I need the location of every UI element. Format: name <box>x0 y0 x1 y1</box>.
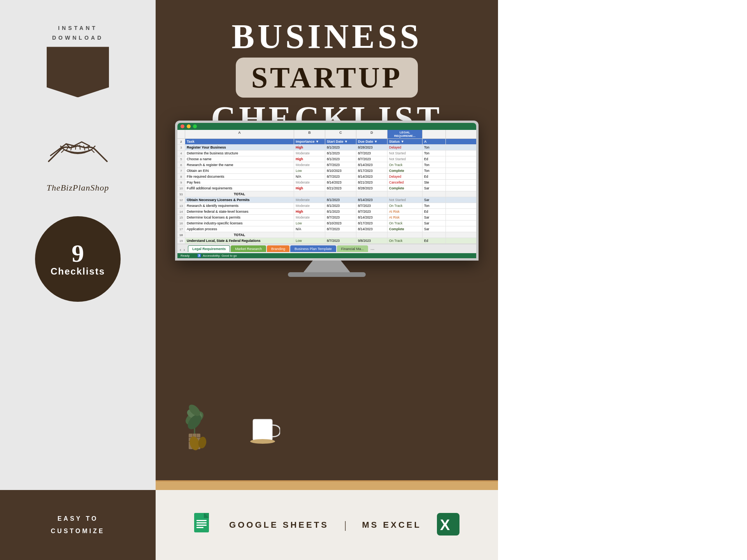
table-row: 17 Application process N/A 8/7/2023 8/14… <box>177 226 476 232</box>
tab-business-plan[interactable]: Business Plan Template <box>290 245 336 252</box>
table-row: 8 File required documents N/A 8/7/2023 8… <box>177 174 476 180</box>
table-row: 15 Determine local licenses & permits Mo… <box>177 215 476 220</box>
ms-excel-badge: X <box>437 513 459 537</box>
excel-status-bar: Ready ♿ Accessibility: Good to go <box>177 253 476 258</box>
handshake-icon <box>39 121 117 179</box>
table-row: 6 Research & register the name Moderate … <box>177 162 476 168</box>
table-row: 4 Determine the business structure Moder… <box>177 150 476 156</box>
table-row-total: 11 TOTAL <box>177 191 476 197</box>
checklist-count: 9 <box>72 241 84 266</box>
window-minimize-dot <box>187 124 191 128</box>
right-panel: BUSINESS STARTUP CHECKLIST A B C <box>156 0 498 560</box>
legal-requirements-header: LEGAL REQUIREME... <box>388 130 423 138</box>
column-letters-row: A B C D LEGAL REQUIREME... <box>177 130 476 139</box>
checklist-label: Checklists <box>51 266 105 277</box>
tab-financial[interactable]: Financial Ma... <box>337 245 368 252</box>
accessibility-status: ♿ Accessibility: Good to go <box>197 254 237 257</box>
bottom-left-strip: EASY TO CUSTOMIZE <box>0 490 156 560</box>
svg-rect-17 <box>196 520 207 521</box>
table-row: 14 Determine federal & state-level licen… <box>177 209 476 215</box>
excel-header-bar <box>177 123 476 130</box>
status-ready: Ready <box>181 254 189 257</box>
sheet-tabs[interactable]: ‹ › Legal Requirements Market Research B… <box>177 244 476 253</box>
title-startup-box: STARTUP <box>236 58 418 98</box>
table-row: 5 Choose a name High 8/1/2023 8/7/2023 N… <box>177 156 476 162</box>
monitor-screen: A B C D LEGAL REQUIREME... 2 Task Import… <box>175 121 479 261</box>
tab-market-research[interactable]: Market Research <box>231 245 266 252</box>
table-row: 7 Obtain an EIN Low 8/10/2023 8/17/2023 … <box>177 168 476 174</box>
window-close-dot <box>181 124 184 128</box>
desk-scene <box>156 397 498 494</box>
spreadsheet-column-headers: 2 Task Importance ▼ Start Date ▼ Due Dat… <box>177 139 476 145</box>
ms-excel-label: MS EXCEL <box>362 520 421 530</box>
table-row: 16 Determine industry-specific licenses … <box>177 220 476 226</box>
tab-legal-requirements[interactable]: Legal Requirements <box>188 245 230 252</box>
svg-rect-18 <box>196 522 207 523</box>
svg-point-13 <box>250 439 275 444</box>
instant-download-text: INSTANT DOWNLOAD <box>52 23 103 43</box>
left-panel: INSTANT DOWNLOAD TheBizPlanShop 9 Checkl… <box>0 0 156 560</box>
table-row: 13 Research & identify requirements Mode… <box>177 203 476 209</box>
easy-customize-text: EASY TO CUSTOMIZE <box>51 513 105 537</box>
svg-rect-19 <box>196 525 207 526</box>
bookmark-decoration <box>47 47 109 97</box>
title-startup: STARTUP <box>251 61 402 94</box>
table-row: 19 Understand Local, State & Federal Reg… <box>177 238 476 244</box>
shop-name-text: TheBizPlanShop <box>47 183 109 193</box>
pinecone-icon <box>187 432 210 451</box>
svg-text:X: X <box>440 517 450 533</box>
google-sheets-badge <box>194 513 214 537</box>
table-row: 3 Register Your Business High 8/1/2023 8… <box>177 145 476 150</box>
checklists-badge: 9 Checklists <box>35 216 121 302</box>
bottom-strip: GOOGLE SHEETS | MS EXCEL X <box>156 490 498 560</box>
google-sheets-icon <box>194 513 214 537</box>
tab-nav-prev[interactable]: ‹ <box>180 247 181 252</box>
svg-rect-20 <box>196 527 203 528</box>
tab-nav-next[interactable]: › <box>184 247 185 252</box>
table-row-total: 18 TOTAL <box>177 232 476 238</box>
ms-excel-icon: X <box>437 513 459 536</box>
monitor-stand <box>303 261 350 272</box>
title-business: BUSINESS <box>179 19 475 54</box>
coffee-mug-icon <box>249 415 280 450</box>
table-row: 12 Obtain Necessary Licenses & Permits M… <box>177 197 476 203</box>
separator: | <box>344 519 347 531</box>
tab-branding[interactable]: Branding <box>267 245 289 252</box>
svg-rect-12 <box>253 419 272 441</box>
monitor-base <box>288 272 366 277</box>
table-row: 10 Fulfill additional requirements High … <box>177 186 476 191</box>
window-maximize-dot <box>193 124 197 128</box>
monitor-container: A B C D LEGAL REQUIREME... 2 Task Import… <box>175 121 479 277</box>
google-sheets-label: GOOGLE SHEETS <box>229 520 329 530</box>
table-row: 9 Pay fees Moderate 8/14/2023 8/21/2023 … <box>177 180 476 186</box>
spreadsheet: A B C D LEGAL REQUIREME... 2 Task Import… <box>177 123 476 258</box>
more-tabs-button[interactable]: ··· <box>370 247 374 252</box>
